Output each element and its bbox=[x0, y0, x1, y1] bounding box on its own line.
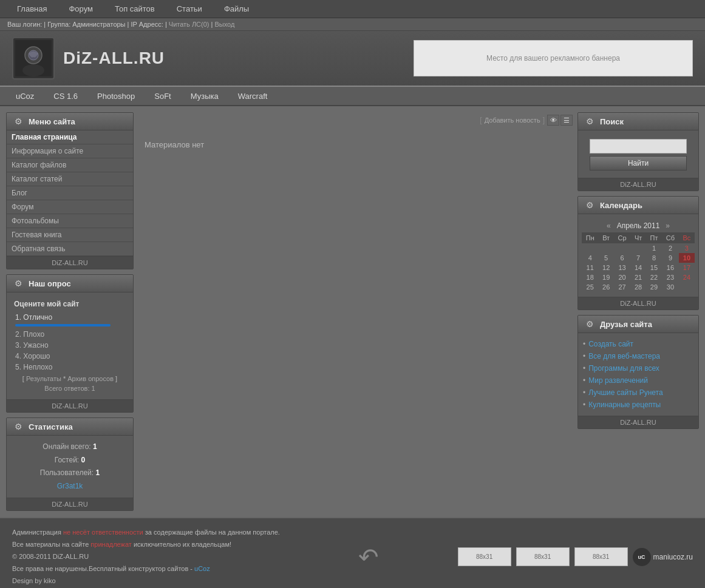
menu-item-files[interactable]: Каталог файлов bbox=[7, 158, 133, 172]
poll-option-5[interactable]: 5. Неплохо bbox=[10, 362, 129, 373]
cal-day-24[interactable]: 21 bbox=[630, 272, 645, 282]
friends-widget-title: Друзья сайта bbox=[600, 320, 652, 329]
snav-warcraft[interactable]: Warcraft bbox=[228, 88, 278, 104]
friend-link-2[interactable]: Все для веб-мастера bbox=[588, 352, 660, 360]
stats-widget: ⚙ Статистика Онлайн всего: 1 Гостей: 0 П… bbox=[6, 417, 134, 511]
view-icon-2[interactable]: ☰ bbox=[560, 115, 573, 126]
cal-day-33[interactable]: 30 bbox=[662, 282, 679, 292]
cal-day-7[interactable]: 4 bbox=[582, 253, 598, 263]
poll-results-link[interactable]: Результаты bbox=[26, 375, 61, 382]
stats-icon: ⚙ bbox=[13, 421, 24, 432]
cal-day-5[interactable]: 2 bbox=[662, 243, 679, 253]
calendar-next[interactable]: » bbox=[666, 221, 670, 230]
bracket-open: [ bbox=[480, 116, 482, 124]
cal-day-14[interactable]: 11 bbox=[582, 263, 598, 272]
menu-item-catalog[interactable]: Каталог статей bbox=[7, 172, 133, 186]
menu-link-feedback[interactable]: Обратная связь bbox=[7, 242, 133, 255]
menu-link-photos[interactable]: Фотоальбомы bbox=[7, 214, 133, 228]
snav-cs16[interactable]: CS 1.6 bbox=[44, 88, 87, 104]
nav-articles[interactable]: Статьи bbox=[166, 1, 213, 17]
cal-day-13[interactable]: 10 bbox=[679, 253, 695, 263]
friend-link-5[interactable]: Лучшие сайты Рунета bbox=[588, 388, 662, 397]
stats-username-link[interactable]: Gr3at1k bbox=[57, 482, 83, 490]
menu-item-home[interactable]: Главная страница bbox=[7, 130, 133, 144]
poll-question: Оцените мой сайт bbox=[10, 297, 129, 312]
cal-day-11[interactable]: 8 bbox=[646, 253, 662, 263]
nav-files[interactable]: Файлы bbox=[213, 1, 260, 17]
badge-1[interactable]: 88x31 bbox=[458, 547, 511, 566]
snav-soft[interactable]: SoFt bbox=[145, 88, 180, 104]
snav-music[interactable]: Музыка bbox=[181, 88, 228, 104]
cal-day-15[interactable]: 12 bbox=[598, 263, 613, 272]
cal-day-12[interactable]: 9 bbox=[662, 253, 679, 263]
calendar-prev[interactable]: « bbox=[607, 221, 611, 230]
logout-link[interactable]: Выход bbox=[215, 21, 235, 28]
poll-option-1[interactable]: 1. Отлично bbox=[10, 312, 129, 323]
cal-day-18[interactable]: 15 bbox=[646, 263, 662, 272]
poll-archive-link[interactable]: Архив опросов bbox=[67, 375, 114, 382]
friend-6: Кулинарные рецепты bbox=[583, 399, 693, 411]
menu-link-home[interactable]: Главная страница bbox=[7, 130, 133, 144]
menu-link-guestbook[interactable]: Гостевая книга bbox=[7, 228, 133, 242]
cal-day-26[interactable]: 23 bbox=[662, 272, 679, 282]
badge-3[interactable]: 88x31 bbox=[574, 547, 628, 566]
poll-links: [ Результаты * Архив опросов ] bbox=[10, 373, 129, 385]
menu-link-files[interactable]: Каталог файлов bbox=[7, 158, 133, 172]
cal-day-10[interactable]: 7 bbox=[630, 253, 645, 263]
cal-day-25[interactable]: 22 bbox=[646, 272, 662, 282]
nav-home[interactable]: Главная bbox=[6, 1, 58, 17]
cal-day-27[interactable]: 24 bbox=[679, 272, 695, 282]
cal-day-9[interactable]: 6 bbox=[614, 253, 631, 263]
cal-day-6[interactable]: 3 bbox=[679, 243, 695, 253]
cal-day-4[interactable]: 1 bbox=[646, 243, 662, 253]
cal-day-22[interactable]: 19 bbox=[598, 272, 613, 282]
cal-day-28[interactable]: 25 bbox=[582, 282, 598, 292]
menu-item-blog[interactable]: Блог bbox=[7, 186, 133, 200]
friends-list: Создать сайт Все для веб-мастера Програм… bbox=[578, 336, 698, 413]
cal-day-29[interactable]: 26 bbox=[598, 282, 613, 292]
menu-item-guestbook[interactable]: Гостевая книга bbox=[7, 228, 133, 242]
cal-day-19[interactable]: 16 bbox=[662, 263, 679, 272]
cal-day-8[interactable]: 5 bbox=[598, 253, 613, 263]
cal-day-1 bbox=[598, 243, 613, 253]
menu-item-forum[interactable]: Форум bbox=[7, 200, 133, 214]
menu-link-blog[interactable]: Блог bbox=[7, 186, 133, 200]
badge-2[interactable]: 88x31 bbox=[516, 547, 570, 566]
friend-link-1[interactable]: Создать сайт bbox=[588, 340, 633, 348]
view-icon-1[interactable]: 👁 bbox=[547, 115, 559, 126]
calendar-body: « Апрель 2011 » Пн Вт Ср Чт Пт Сб Вс bbox=[578, 214, 698, 297]
nav-top-sites[interactable]: Топ сайтов bbox=[104, 1, 166, 17]
cal-day-17[interactable]: 14 bbox=[630, 263, 645, 272]
cal-day-30[interactable]: 27 bbox=[614, 282, 631, 292]
snav-ucoz[interactable]: uCoz bbox=[6, 88, 44, 104]
poll-option-4[interactable]: 4. Хорошо bbox=[10, 351, 129, 362]
menu-link-forum[interactable]: Форум bbox=[7, 200, 133, 214]
cal-day-21[interactable]: 18 bbox=[582, 272, 598, 282]
friends-header-icon: ⚙ bbox=[584, 319, 595, 329]
snav-photoshop[interactable]: Photoshop bbox=[87, 88, 145, 104]
ucoz-link[interactable]: uCoz bbox=[194, 565, 210, 572]
cal-day-32[interactable]: 29 bbox=[646, 282, 662, 292]
menu-item-photos[interactable]: Фотоальбомы bbox=[7, 214, 133, 228]
cal-day-20[interactable]: 17 bbox=[679, 263, 695, 272]
main-content: ⚙ Меню сайта Главная страница Информация… bbox=[0, 106, 705, 517]
friend-link-4[interactable]: Мир развлечений bbox=[588, 376, 648, 385]
poll-option-2[interactable]: 2. Плохо bbox=[10, 329, 129, 340]
menu-item-feedback[interactable]: Обратная связь bbox=[7, 242, 133, 256]
cal-th-tue: Вт bbox=[598, 232, 613, 243]
friend-link-6[interactable]: Кулинарные рецепты bbox=[588, 400, 661, 409]
friend-link-3[interactable]: Программы для всех bbox=[588, 364, 659, 373]
nav-forum[interactable]: Форум bbox=[58, 1, 104, 17]
search-input[interactable] bbox=[590, 139, 687, 154]
read-lc-link[interactable]: Читать ЛС(0) bbox=[169, 21, 209, 28]
add-news-link[interactable]: Добавить новость bbox=[485, 117, 540, 124]
cal-day-23[interactable]: 20 bbox=[614, 272, 631, 282]
cal-day-16[interactable]: 13 bbox=[614, 263, 631, 272]
cal-day-31[interactable]: 28 bbox=[630, 282, 645, 292]
menu-link-info[interactable]: Информация о сайте bbox=[7, 144, 133, 158]
menu-link-catalog[interactable]: Каталог статей bbox=[7, 172, 133, 186]
poll-widget: ⚙ Наш опрос Оцените мой сайт 1. Отлично … bbox=[6, 274, 134, 413]
menu-item-info[interactable]: Информация о сайте bbox=[7, 144, 133, 158]
search-button[interactable]: Найти bbox=[590, 156, 687, 171]
poll-option-3[interactable]: 3. Ужасно bbox=[10, 340, 129, 351]
